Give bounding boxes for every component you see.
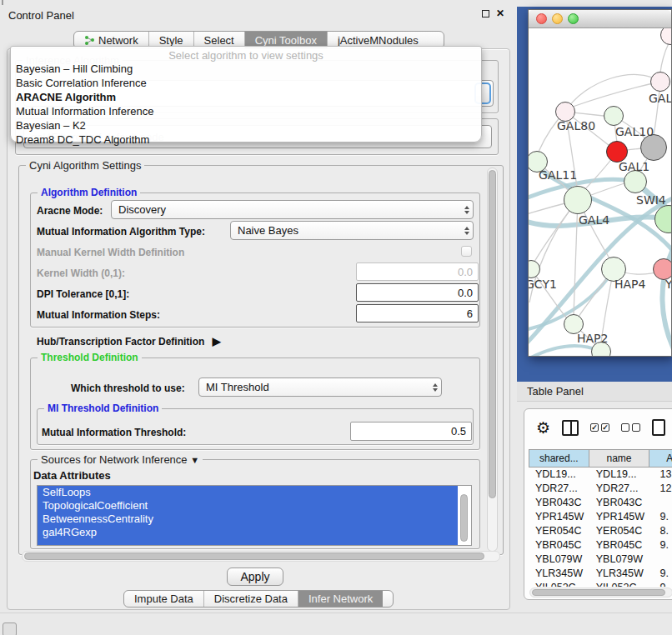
aracne-mode-label: Aracne Mode: (37, 205, 103, 217)
threshold-definition-title: Threshold Definition (38, 352, 142, 363)
table-row[interactable]: YDL19...YDL19...13 (529, 468, 672, 482)
hub-definition-toggle[interactable]: Hub/Transcription Factor Definition ▶ (37, 335, 221, 348)
unchecked-box-icon (621, 423, 629, 432)
which-threshold-value: MI Threshold (206, 381, 269, 393)
menu-item[interactable]: Mutual Information Inference (11, 104, 481, 118)
corner-button[interactable] (3, 622, 17, 635)
which-threshold-label: Which threshold to use: (71, 382, 185, 394)
table-row[interactable]: YBL079WYBL079W (529, 552, 672, 567)
table-row[interactable]: YPR145WYPR145W9. (529, 510, 672, 524)
bottom-tabbar: Impute Data Discretize Data Infer Networ… (123, 590, 394, 608)
menu-item-selected[interactable]: ARACNE Algorithm (11, 90, 481, 104)
manual-kernel-label: Manual Kernel Width Definition (37, 247, 184, 258)
tab-label: Infer Network (308, 592, 373, 605)
menu-item[interactable]: Bayesian – K2 (11, 118, 481, 132)
column-header-shared[interactable]: shared... (529, 449, 589, 468)
mi-steps-field[interactable]: 6 (356, 304, 479, 322)
table-hscrollbar[interactable] (529, 588, 672, 598)
divider-tick (2, 0, 3, 5)
node-label: Y (665, 278, 671, 291)
settings-vscrollbar-thumb[interactable] (489, 170, 496, 498)
data-attributes-list: SelfLoops TopologicalCoefficient Between… (37, 485, 472, 546)
document-icon[interactable] (652, 419, 665, 436)
node-label: GAL11 (539, 168, 577, 182)
attributes-scrollbar-thumb[interactable] (460, 494, 468, 542)
table-body[interactable]: YDL19...YDL19...13 YDR27...YDR27...12 YB… (529, 468, 672, 587)
hub-definition-label: Hub/Transcription Factor Definition (37, 336, 204, 348)
aracne-mode-value: Discovery (118, 203, 166, 216)
mi-threshold-field[interactable]: 0.5 (350, 422, 472, 441)
tab-label: Network (98, 34, 138, 47)
select-all-icon[interactable]: ✓ ✓ (590, 423, 609, 432)
tab-discretize-data[interactable]: Discretize Data (204, 591, 298, 607)
table-panel-title: Table Panel (527, 385, 584, 398)
menu-item[interactable]: Bayesian – Hill Climbing (11, 62, 481, 76)
network-canvas[interactable]: GAL GAL80 GAL10 GAL1 GAL11 SWI4 GAL4 GCY… (529, 28, 671, 356)
stepper-icon (433, 383, 438, 392)
menu-item[interactable]: Basic Correlation Inference (11, 76, 481, 90)
tab-infer-network[interactable]: Infer Network (298, 591, 383, 607)
table-hscrollbar-thumb[interactable] (532, 589, 665, 596)
tab-impute-data[interactable]: Impute Data (124, 591, 204, 607)
node-label: HAP4 (614, 278, 645, 291)
network-window-titlebar[interactable] (529, 10, 671, 28)
data-attributes-label: Data Attributes (33, 469, 111, 482)
column-header-name[interactable]: name (589, 449, 650, 468)
dpi-tolerance-field[interactable]: 0.0 (356, 283, 479, 302)
attribute-item[interactable]: BetweennessCentrality (38, 512, 458, 526)
table-row[interactable]: YLR345WYLR345W9. (529, 567, 672, 581)
kernel-width-field[interactable]: 0.0 (356, 262, 479, 281)
menu-item[interactable]: Dream8 DC_TDC Algorithm (11, 132, 481, 147)
settings-hscrollbar-thumb[interactable] (24, 552, 484, 560)
mi-steps-label: Mutual Information Steps: (37, 309, 160, 321)
control-panel: Control Panel ✕ Network Style Select Cyn… (0, 0, 517, 612)
network-node-gal4[interactable] (564, 186, 592, 214)
close-traffic-light[interactable] (536, 13, 547, 24)
kernel-width-label: Kernel Width (0,1): (37, 268, 125, 279)
column-header-partial[interactable]: A (649, 449, 672, 468)
attribute-item[interactable]: SelfLoops (38, 486, 458, 499)
which-threshold-combo[interactable]: MI Threshold (198, 378, 442, 397)
aracne-mode-combo[interactable]: Discovery (111, 200, 474, 219)
attribute-item[interactable]: TopologicalCoefficient (38, 499, 458, 512)
table-toolbar: ⚙ ✓ ✓ (524, 409, 672, 446)
gear-icon[interactable]: ⚙ (536, 418, 550, 438)
minimize-traffic-light[interactable] (552, 13, 563, 24)
table-row[interactable]: YBR045CYBR045C9. (529, 538, 672, 552)
node-label: GAL10 (615, 125, 654, 138)
stepper-icon (464, 227, 469, 235)
table-row[interactable]: YER054CYER054C8. (529, 524, 672, 538)
network-node-gal-partial[interactable] (650, 72, 670, 92)
table-row[interactable]: YBR043CYBR043C (529, 496, 672, 510)
network-node-swi4[interactable] (624, 170, 647, 193)
deselect-all-icon[interactable] (621, 423, 640, 432)
close-icon[interactable]: ✕ (496, 8, 504, 19)
tab-label: Cyni Toolbox (255, 34, 317, 47)
table-row[interactable]: YIL052CYIL052C9 (529, 581, 672, 587)
bottom-strip (0, 612, 672, 635)
manual-kernel-checkbox[interactable] (461, 246, 472, 257)
apply-button[interactable]: Apply (227, 568, 283, 586)
attribute-item[interactable] (38, 539, 458, 546)
table-header-row: shared... name A (529, 449, 672, 468)
float-icon[interactable] (482, 10, 489, 18)
node-label: GAL1 (619, 160, 649, 173)
table-row[interactable]: YDR27...YDR27...12 (529, 482, 672, 496)
sources-title[interactable]: Sources for Network Inference ▼ (38, 453, 203, 466)
mi-type-combo[interactable]: Naive Bayes (230, 221, 474, 240)
table-panel: ⚙ ✓ ✓ shared... name A YDL19...YDL19...1… (524, 408, 672, 600)
attribute-item[interactable]: gal4RGexp (38, 526, 458, 539)
split-view-icon[interactable] (562, 420, 579, 436)
tab-label: jActiveMNodules (338, 34, 419, 47)
zoom-traffic-light[interactable] (568, 13, 579, 24)
network-view-window: GAL GAL80 GAL10 GAL1 GAL11 SWI4 GAL4 GCY… (528, 9, 672, 357)
node-label: HAP2 (577, 332, 608, 345)
settings-vscrollbar[interactable] (487, 168, 498, 552)
expand-arrow-icon: ▶ (213, 335, 221, 348)
settings-hscrollbar[interactable] (22, 551, 500, 562)
network-edges (529, 28, 671, 356)
collapse-arrow-icon: ▼ (190, 455, 199, 465)
network-node-gal10[interactable] (604, 106, 624, 126)
node-label: GAL80 (557, 119, 595, 132)
attributes-scrollbar[interactable] (459, 487, 469, 545)
